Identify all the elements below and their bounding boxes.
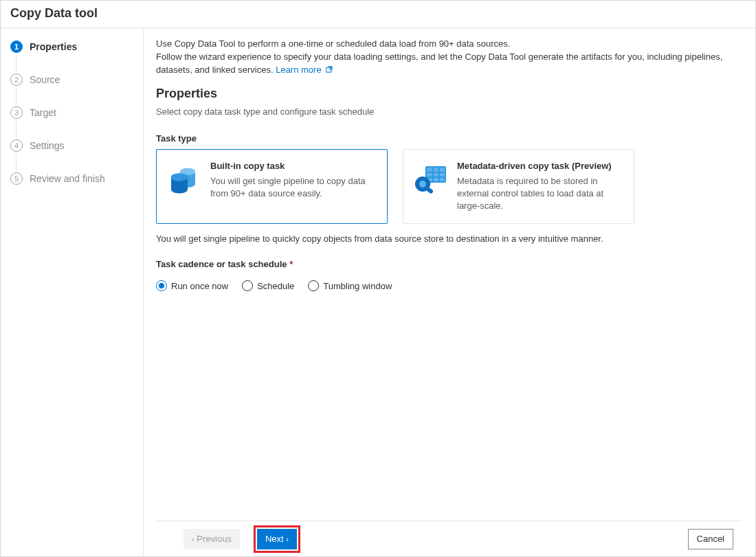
chevron-left-icon: ‹ — [192, 535, 194, 543]
section-heading: Properties — [156, 87, 742, 101]
card-title: Built-in copy task — [210, 161, 376, 171]
step-label: Properties — [30, 41, 77, 52]
task-type-cards: Built-in copy task You will get single p… — [156, 149, 742, 225]
main-panel: Use Copy Data Tool to perform a one-time… — [144, 28, 755, 556]
step-number: 4 — [10, 139, 23, 152]
radio-run-once[interactable]: Run once now — [156, 280, 228, 291]
svg-rect-6 — [427, 168, 445, 181]
card-metadata-driven[interactable]: Metadata-driven copy task (Preview) Meta… — [403, 149, 634, 225]
wizard-steps: 1 Properties 2 Source 3 Target 4 Setting… — [1, 28, 144, 556]
step-properties[interactable]: 1 Properties — [10, 41, 133, 53]
learn-more-link[interactable]: Learn more — [276, 65, 333, 75]
schedule-label: Task cadence or task schedule * — [156, 259, 742, 269]
metadata-icon — [413, 162, 447, 196]
svg-point-12 — [419, 181, 426, 187]
required-asterisk: * — [289, 259, 293, 269]
highlight-box: Next › — [254, 525, 300, 553]
card-content: Built-in copy task You will get single p… — [210, 161, 376, 213]
body: 1 Properties 2 Source 3 Target 4 Setting… — [1, 28, 755, 556]
step-number: 2 — [10, 73, 23, 86]
step-number: 5 — [10, 172, 23, 185]
window-title: Copy Data tool — [1, 1, 755, 28]
previous-button[interactable]: ‹ Previous — [184, 529, 240, 549]
step-label: Target — [30, 107, 56, 118]
wizard-window: Copy Data tool 1 Properties 2 Source 3 T… — [0, 0, 756, 557]
card-content: Metadata-driven copy task (Preview) Meta… — [457, 161, 623, 213]
task-type-note: You will get single pipeline to quickly … — [156, 234, 742, 244]
external-link-icon — [325, 65, 333, 73]
next-button[interactable]: Next › — [257, 529, 297, 549]
step-number: 3 — [10, 106, 23, 119]
radio-label: Run once now — [171, 281, 228, 291]
step-label: Review and finish — [30, 173, 105, 184]
cancel-button[interactable]: Cancel — [688, 529, 733, 549]
step-label: Source — [30, 74, 60, 85]
step-settings[interactable]: 4 Settings — [10, 139, 133, 152]
intro-text: Use Copy Data Tool to perform a one-time… — [156, 38, 742, 77]
radio-label: Schedule — [257, 281, 294, 291]
radio-dot-icon — [242, 280, 253, 291]
radio-tumbling-window[interactable]: Tumbling window — [308, 280, 392, 291]
step-source[interactable]: 2 Source — [10, 73, 133, 86]
radio-dot-icon — [156, 280, 167, 291]
radio-schedule[interactable]: Schedule — [242, 280, 294, 291]
card-desc: You will get single pipeline to copy dat… — [210, 175, 376, 200]
intro-line1: Use Copy Data Tool to perform a one-time… — [156, 38, 510, 49]
step-number: 1 — [10, 41, 23, 53]
intro-line2: Follow the wizard experience to specify … — [156, 52, 722, 75]
task-type-label: Task type — [156, 133, 742, 144]
card-builtin-copy[interactable]: Built-in copy task You will get single p… — [156, 149, 388, 225]
section-subheading: Select copy data task type and configure… — [156, 106, 742, 117]
wizard-footer: ‹ Previous Next › Cancel — [156, 521, 742, 556]
step-review[interactable]: 5 Review and finish — [10, 172, 133, 185]
chevron-right-icon: › — [286, 535, 289, 543]
radio-dot-icon — [308, 280, 319, 291]
database-icon — [166, 162, 201, 196]
svg-point-4 — [171, 173, 188, 181]
card-desc: Metadata is required to be stored in ext… — [457, 175, 623, 213]
step-label: Settings — [30, 140, 65, 151]
schedule-radio-group: Run once now Schedule Tumbling window — [156, 280, 742, 291]
radio-label: Tumbling window — [323, 281, 392, 291]
card-title: Metadata-driven copy task (Preview) — [457, 161, 623, 171]
step-target[interactable]: 3 Target — [10, 106, 133, 119]
